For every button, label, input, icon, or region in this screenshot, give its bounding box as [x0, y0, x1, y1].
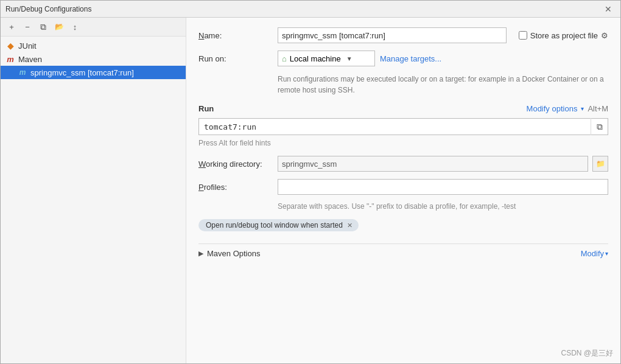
maven-group-icon: m: [5, 54, 15, 64]
remove-icon: −: [25, 23, 30, 32]
store-as-project-label: Store as project file: [530, 31, 598, 40]
modify-options-wrap: Modify options ▾ Alt+M: [527, 104, 608, 113]
title-bar: Run/Debug Configurations ✕: [1, 1, 620, 18]
press-alt-hint: Press Alt for field hints: [198, 139, 608, 147]
main-layout: + − ⧉ 📂 ↕ ◆ JUnit: [1, 18, 620, 363]
profiles-control-wrap: [278, 179, 608, 195]
run-on-label: Run on:: [198, 54, 278, 63]
run-on-row: Run on: ⌂ Local machine ▼ Manage targets…: [198, 51, 608, 66]
add-icon: +: [9, 23, 14, 32]
remove-config-button[interactable]: −: [20, 20, 35, 33]
window-title: Run/Debug Configurations: [5, 5, 91, 13]
store-checkbox-wrap: Store as project file ⚙: [519, 31, 608, 40]
local-machine-icon: ⌂: [282, 54, 287, 63]
junit-icon: ◆: [5, 41, 15, 51]
run-on-select[interactable]: ⌂ Local machine ▼: [278, 51, 375, 66]
tag-close-button[interactable]: ✕: [347, 222, 353, 229]
name-control-wrap: Store as project file ⚙: [278, 27, 608, 43]
folder-browse-icon: 📁: [596, 159, 605, 168]
working-dir-control-wrap: 📁: [278, 156, 608, 172]
sidebar-item-maven[interactable]: m Maven: [1, 52, 186, 66]
command-input[interactable]: [199, 121, 591, 133]
name-label: Name:: [198, 31, 278, 40]
store-as-project-checkbox[interactable]: [519, 31, 527, 40]
sidebar-toolbar: + − ⧉ 📂 ↕: [1, 18, 186, 37]
sidebar-label-maven: Maven: [18, 55, 42, 64]
watermark: CSDN @是三好: [561, 348, 613, 359]
maven-child-icon: m: [18, 68, 27, 77]
working-dir-label: Working directory:: [198, 159, 278, 169]
title-bar-left: Run/Debug Configurations: [5, 5, 91, 13]
sidebar-label-junit: JUnit: [18, 41, 37, 51]
store-gear-icon[interactable]: ⚙: [601, 31, 608, 40]
run-debug-configurations-window: Run/Debug Configurations ✕ + − ⧉ 📂: [0, 0, 621, 364]
open-tool-window-tag: Open run/debug tool window when started …: [198, 219, 359, 231]
name-row: Name: Store as project file ⚙: [198, 27, 608, 43]
modify-options-shortcut: Alt+M: [588, 104, 608, 113]
command-input-wrap: ⧉: [198, 118, 608, 135]
maven-options-expand-icon: ▶: [198, 250, 203, 257]
run-on-control-wrap: ⌂ Local machine ▼ Manage targets...: [278, 51, 608, 66]
copy-command-button[interactable]: ⧉: [591, 118, 608, 135]
profiles-row: Profiles:: [198, 179, 608, 195]
folder-icon: 📂: [55, 23, 64, 31]
maven-options-section: ▶ Maven Options Modify ▾: [198, 243, 608, 258]
profiles-hint: Separate with spaces. Use "-" prefix to …: [278, 202, 608, 211]
sidebar-tree: ◆ JUnit m Maven m springmvc_ssm [tomcat7…: [1, 37, 186, 363]
profiles-input[interactable]: [278, 179, 608, 195]
run-section-header: Run Modify options ▾ Alt+M: [198, 104, 608, 113]
name-input[interactable]: [278, 27, 507, 43]
copy-command-icon: ⧉: [597, 122, 603, 132]
maven-options-label: Maven Options: [207, 249, 260, 258]
content-area: Name: Store as project file ⚙ Run on:: [186, 18, 620, 363]
modify-options-chevron: ▾: [581, 105, 584, 112]
sort-config-button[interactable]: ↕: [68, 20, 82, 33]
working-dir-folder-button[interactable]: 📁: [592, 156, 608, 172]
maven-options-toggle[interactable]: ▶ Maven Options: [198, 249, 260, 258]
sidebar-label-springmvc-ssm: springmvc_ssm [tomcat7:run]: [30, 68, 134, 77]
sidebar-item-junit[interactable]: ◆ JUnit: [1, 39, 186, 52]
sort-icon: ↕: [73, 23, 77, 32]
run-on-dropdown-arrow: ▼: [346, 55, 353, 62]
sidebar-item-springmvc-ssm[interactable]: m springmvc_ssm [tomcat7:run]: [1, 66, 186, 79]
maven-modify-chevron: ▾: [605, 250, 608, 257]
add-config-button[interactable]: +: [4, 20, 19, 33]
sidebar: + − ⧉ 📂 ↕ ◆ JUnit: [1, 18, 186, 363]
working-dir-input[interactable]: [278, 156, 588, 172]
folder-config-button[interactable]: 📂: [52, 20, 66, 33]
copy-config-button[interactable]: ⧉: [36, 20, 51, 33]
run-on-value: Local machine: [290, 54, 341, 63]
maven-modify-link[interactable]: Modify ▾: [581, 249, 608, 258]
close-button[interactable]: ✕: [601, 3, 616, 15]
maven-modify-label: Modify: [581, 249, 604, 258]
profiles-label: Profiles:: [198, 183, 278, 192]
tag-row: Open run/debug tool window when started …: [198, 219, 608, 231]
working-dir-row: Working directory: 📁: [198, 156, 608, 172]
hint-text: Run configurations may be executed local…: [278, 74, 608, 96]
tag-label: Open run/debug tool window when started: [206, 221, 343, 229]
copy-icon: ⧉: [40, 22, 46, 32]
run-section-title: Run: [198, 104, 214, 113]
modify-options-link[interactable]: Modify options: [527, 104, 578, 113]
manage-targets-link[interactable]: Manage targets...: [380, 54, 441, 63]
